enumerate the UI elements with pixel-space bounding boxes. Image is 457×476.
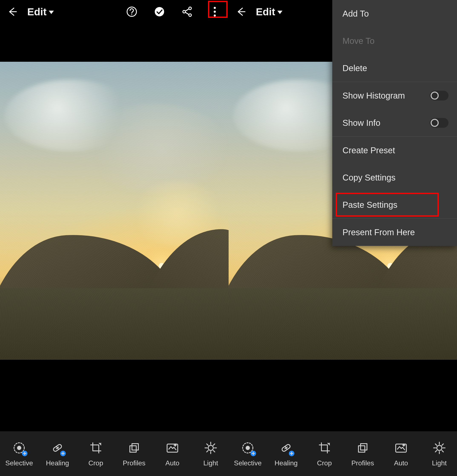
add-badge-icon [60,451,66,456]
tool-crop[interactable]: Crop [305,431,344,476]
back-button[interactable] [5,5,19,18]
help-icon [126,6,138,18]
menu-item-move-to: Move To [332,27,457,54]
check-circle-icon [153,6,165,18]
add-badge-icon [22,451,27,456]
menu-item-create-preset[interactable]: Create Preset [332,137,457,164]
menu-item-present-from-here[interactable]: Present From Here [332,219,457,246]
svg-rect-22 [361,444,367,450]
toggle-knob [431,119,439,127]
toggle-show-histogram[interactable] [430,91,449,101]
menu-item-delete[interactable]: Delete [332,54,457,82]
tool-label: Auto [165,459,179,467]
menu-item-add-to[interactable]: Add To [332,0,457,27]
topbar-left: Edit [0,0,228,23]
tool-label: Profiles [123,459,146,467]
tool-selective[interactable]: Selective [0,431,38,476]
svg-point-24 [437,445,442,450]
light-icon [432,441,447,455]
photo-texture [0,62,228,360]
tool-selective[interactable]: Selective [228,431,267,476]
edit-dropdown[interactable]: Edit [256,6,282,18]
svg-point-1 [131,14,132,15]
menu-item-show-info[interactable]: Show Info [332,109,457,136]
menu-item-label: Show Histogram [342,91,405,101]
svg-point-5 [189,14,191,16]
tool-healing[interactable]: Healing [38,431,77,476]
toggle-show-info[interactable] [430,118,449,128]
highlight-more-button [208,1,228,18]
tool-label: Selective [234,459,262,467]
edit-toolbar-left: Selective Healing Crop [0,431,228,476]
crop-icon [88,441,103,455]
crop-icon [317,441,332,455]
svg-point-4 [183,10,185,13]
back-arrow-icon [235,6,246,17]
caret-down-icon [277,11,282,14]
tool-crop[interactable]: Crop [77,431,115,476]
edit-dropdown-label: Edit [27,6,47,18]
tool-profiles[interactable]: Profiles [115,431,153,476]
svg-rect-21 [358,446,365,452]
highlight-paste-settings [336,193,439,216]
tool-healing[interactable]: Healing [267,431,305,476]
tool-label: Auto [394,459,408,467]
tool-light[interactable]: Light [420,431,457,476]
svg-point-19 [246,446,250,450]
tool-light[interactable]: Light [192,431,230,476]
help-button[interactable] [118,0,146,23]
edit-dropdown[interactable]: Edit [27,6,54,18]
tool-auto[interactable]: Auto [153,431,192,476]
healing-icon [50,441,65,455]
svg-rect-13 [132,444,138,450]
menu-item-label: Present From Here [342,228,415,237]
tool-auto[interactable]: Auto [382,431,420,476]
add-badge-icon [251,451,256,456]
cloud-sync-button[interactable] [146,0,173,23]
healing-icon [279,441,294,455]
tool-label: Healing [275,459,298,467]
auto-icon [394,441,408,455]
back-button[interactable] [234,5,247,18]
menu-item-label: Add To [342,9,369,18]
tool-label: Selective [5,459,33,467]
menu-item-copy-settings[interactable]: Copy Settings [332,164,457,191]
svg-point-10 [17,446,21,450]
auto-icon [165,441,180,455]
toggle-knob [431,92,439,100]
svg-point-15 [208,445,213,450]
menu-item-label: Move To [342,36,374,46]
profiles-icon [355,441,370,455]
tool-label: Profiles [351,459,374,467]
tool-label: Crop [317,459,332,467]
svg-rect-12 [130,446,136,452]
tool-profiles[interactable]: Profiles [344,431,382,476]
edit-toolbar-right: Selective Healing Crop [228,431,457,476]
menu-item-label: Create Preset [342,146,395,155]
menu-item-label: Copy Settings [342,173,396,182]
back-arrow-icon [7,6,17,17]
selective-icon [240,441,255,455]
caret-down-icon [49,11,54,14]
tool-label: Light [432,459,447,467]
menu-item-show-histogram[interactable]: Show Histogram [332,82,457,109]
screen-left: Edit [0,0,228,476]
tool-label: Crop [88,459,103,467]
menu-item-label: Delete [342,63,367,73]
edit-dropdown-label: Edit [256,6,275,18]
add-badge-icon [289,451,294,456]
share-button[interactable] [173,0,201,23]
profiles-icon [127,441,142,455]
svg-point-3 [189,7,191,9]
menu-item-label: Show Info [342,118,380,128]
tool-label: Light [203,459,218,467]
light-icon [203,441,218,455]
photo-preview-left[interactable] [0,62,228,360]
tool-label: Healing [46,459,69,467]
share-icon [182,6,193,17]
selective-icon [12,441,27,455]
svg-point-2 [155,7,164,16]
